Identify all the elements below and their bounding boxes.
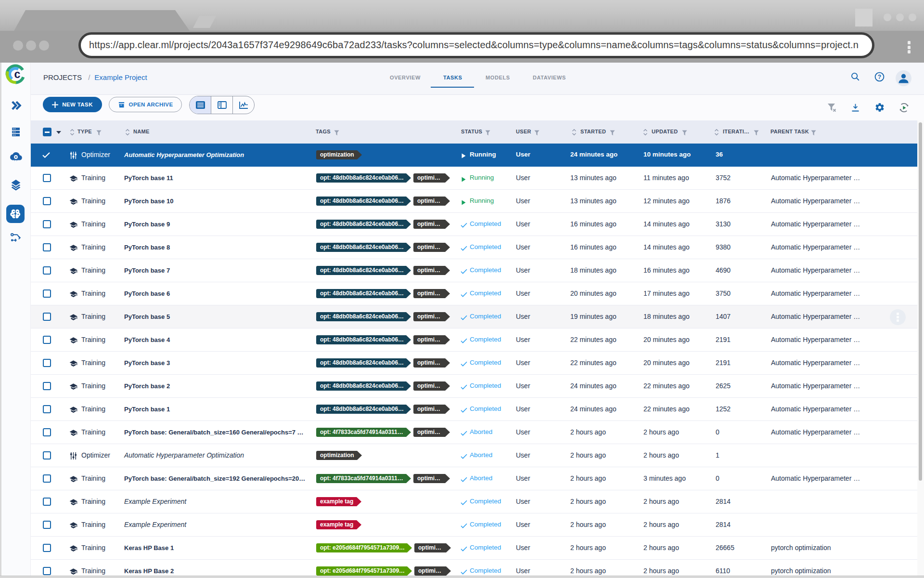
- svg-text:c: c: [14, 68, 21, 80]
- svg-text:?: ?: [878, 74, 881, 80]
